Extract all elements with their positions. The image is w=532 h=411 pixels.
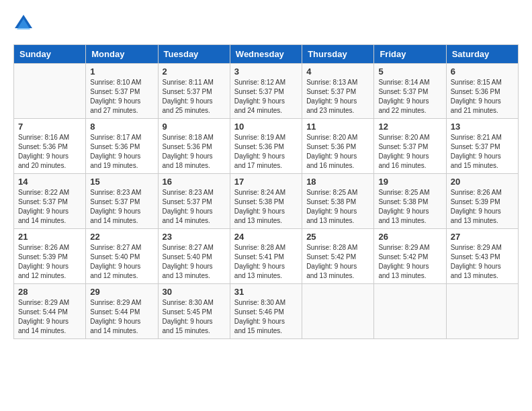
day-cell: 5Sunrise: 8:14 AMSunset: 5:37 PMDaylight… bbox=[374, 64, 446, 119]
col-header-saturday: Saturday bbox=[446, 45, 518, 64]
day-number: 12 bbox=[378, 122, 441, 132]
day-cell: 7Sunrise: 8:16 AMSunset: 5:36 PMDaylight… bbox=[14, 119, 86, 174]
day-info: Sunrise: 8:13 AMSunset: 5:37 PMDaylight:… bbox=[306, 78, 369, 116]
day-cell: 18Sunrise: 8:25 AMSunset: 5:38 PMDayligh… bbox=[302, 174, 374, 229]
day-cell: 30Sunrise: 8:30 AMSunset: 5:45 PMDayligh… bbox=[158, 284, 230, 339]
day-number: 10 bbox=[234, 122, 298, 132]
day-number: 21 bbox=[18, 232, 81, 242]
day-number: 25 bbox=[306, 232, 369, 242]
day-info: Sunrise: 8:23 AMSunset: 5:37 PMDaylight:… bbox=[90, 188, 153, 226]
day-number: 11 bbox=[306, 122, 369, 132]
day-info: Sunrise: 8:30 AMSunset: 5:46 PMDaylight:… bbox=[234, 298, 298, 336]
day-cell: 24Sunrise: 8:28 AMSunset: 5:41 PMDayligh… bbox=[230, 229, 302, 284]
day-info: Sunrise: 8:26 AMSunset: 5:39 PMDaylight:… bbox=[451, 188, 514, 226]
day-cell: 10Sunrise: 8:19 AMSunset: 5:36 PMDayligh… bbox=[230, 119, 302, 174]
day-number: 7 bbox=[18, 122, 81, 132]
header-row: SundayMondayTuesdayWednesdayThursdayFrid… bbox=[14, 45, 519, 64]
day-number: 9 bbox=[163, 122, 226, 132]
day-cell bbox=[14, 64, 86, 119]
logo-icon bbox=[13, 13, 34, 34]
day-cell: 4Sunrise: 8:13 AMSunset: 5:37 PMDaylight… bbox=[302, 64, 374, 119]
day-number: 14 bbox=[18, 177, 81, 187]
day-cell: 19Sunrise: 8:25 AMSunset: 5:38 PMDayligh… bbox=[374, 174, 446, 229]
day-info: Sunrise: 8:14 AMSunset: 5:37 PMDaylight:… bbox=[378, 78, 441, 116]
day-cell: 31Sunrise: 8:30 AMSunset: 5:46 PMDayligh… bbox=[230, 284, 302, 339]
day-cell: 1Sunrise: 8:10 AMSunset: 5:37 PMDaylight… bbox=[86, 64, 158, 119]
day-number: 24 bbox=[234, 232, 298, 242]
day-info: Sunrise: 8:12 AMSunset: 5:37 PMDaylight:… bbox=[234, 78, 298, 116]
day-number: 1 bbox=[90, 66, 153, 77]
day-cell: 14Sunrise: 8:22 AMSunset: 5:37 PMDayligh… bbox=[14, 174, 86, 229]
day-cell: 2Sunrise: 8:11 AMSunset: 5:37 PMDaylight… bbox=[158, 64, 230, 119]
day-number: 22 bbox=[90, 232, 153, 242]
col-header-tuesday: Tuesday bbox=[158, 45, 230, 64]
day-info: Sunrise: 8:22 AMSunset: 5:37 PMDaylight:… bbox=[18, 188, 81, 226]
day-number: 27 bbox=[451, 232, 514, 242]
day-cell: 25Sunrise: 8:28 AMSunset: 5:42 PMDayligh… bbox=[302, 229, 374, 284]
day-number: 3 bbox=[234, 66, 298, 77]
day-cell bbox=[374, 284, 446, 339]
day-info: Sunrise: 8:17 AMSunset: 5:36 PMDaylight:… bbox=[90, 133, 153, 171]
day-info: Sunrise: 8:16 AMSunset: 5:36 PMDaylight:… bbox=[18, 133, 81, 171]
day-number: 19 bbox=[378, 177, 441, 187]
day-cell: 20Sunrise: 8:26 AMSunset: 5:39 PMDayligh… bbox=[446, 174, 518, 229]
day-info: Sunrise: 8:28 AMSunset: 5:42 PMDaylight:… bbox=[306, 243, 369, 281]
day-number: 16 bbox=[163, 177, 226, 187]
day-info: Sunrise: 8:27 AMSunset: 5:40 PMDaylight:… bbox=[163, 243, 226, 281]
day-cell: 27Sunrise: 8:29 AMSunset: 5:43 PMDayligh… bbox=[446, 229, 518, 284]
day-cell: 29Sunrise: 8:29 AMSunset: 5:44 PMDayligh… bbox=[86, 284, 158, 339]
day-info: Sunrise: 8:29 AMSunset: 5:42 PMDaylight:… bbox=[378, 243, 441, 281]
week-row-4: 21Sunrise: 8:26 AMSunset: 5:39 PMDayligh… bbox=[14, 229, 519, 284]
day-number: 4 bbox=[306, 66, 369, 77]
day-info: Sunrise: 8:21 AMSunset: 5:37 PMDaylight:… bbox=[451, 133, 514, 171]
day-number: 2 bbox=[163, 66, 226, 77]
page-header bbox=[13, 13, 519, 34]
day-number: 6 bbox=[451, 66, 514, 77]
col-header-friday: Friday bbox=[374, 45, 446, 64]
day-info: Sunrise: 8:15 AMSunset: 5:36 PMDaylight:… bbox=[451, 78, 514, 116]
day-number: 28 bbox=[18, 287, 81, 297]
day-cell: 22Sunrise: 8:27 AMSunset: 5:40 PMDayligh… bbox=[86, 229, 158, 284]
day-info: Sunrise: 8:19 AMSunset: 5:36 PMDaylight:… bbox=[234, 133, 298, 171]
day-info: Sunrise: 8:24 AMSunset: 5:38 PMDaylight:… bbox=[234, 188, 298, 226]
day-info: Sunrise: 8:18 AMSunset: 5:36 PMDaylight:… bbox=[163, 133, 226, 171]
day-cell: 21Sunrise: 8:26 AMSunset: 5:39 PMDayligh… bbox=[14, 229, 86, 284]
week-row-2: 7Sunrise: 8:16 AMSunset: 5:36 PMDaylight… bbox=[14, 119, 519, 174]
day-cell: 9Sunrise: 8:18 AMSunset: 5:36 PMDaylight… bbox=[158, 119, 230, 174]
day-cell: 26Sunrise: 8:29 AMSunset: 5:42 PMDayligh… bbox=[374, 229, 446, 284]
day-info: Sunrise: 8:20 AMSunset: 5:37 PMDaylight:… bbox=[378, 133, 441, 171]
day-number: 13 bbox=[451, 122, 514, 132]
day-cell: 11Sunrise: 8:20 AMSunset: 5:36 PMDayligh… bbox=[302, 119, 374, 174]
day-info: Sunrise: 8:23 AMSunset: 5:37 PMDaylight:… bbox=[163, 188, 226, 226]
day-number: 23 bbox=[163, 232, 226, 242]
day-number: 20 bbox=[451, 177, 514, 187]
day-number: 17 bbox=[234, 177, 298, 187]
day-cell: 15Sunrise: 8:23 AMSunset: 5:37 PMDayligh… bbox=[86, 174, 158, 229]
day-cell: 8Sunrise: 8:17 AMSunset: 5:36 PMDaylight… bbox=[86, 119, 158, 174]
day-cell: 6Sunrise: 8:15 AMSunset: 5:36 PMDaylight… bbox=[446, 64, 518, 119]
day-number: 15 bbox=[90, 177, 153, 187]
day-cell: 28Sunrise: 8:29 AMSunset: 5:44 PMDayligh… bbox=[14, 284, 86, 339]
day-info: Sunrise: 8:26 AMSunset: 5:39 PMDaylight:… bbox=[18, 243, 81, 281]
day-info: Sunrise: 8:29 AMSunset: 5:44 PMDaylight:… bbox=[18, 298, 81, 336]
day-info: Sunrise: 8:27 AMSunset: 5:40 PMDaylight:… bbox=[90, 243, 153, 281]
day-cell: 3Sunrise: 8:12 AMSunset: 5:37 PMDaylight… bbox=[230, 64, 302, 119]
day-info: Sunrise: 8:29 AMSunset: 5:44 PMDaylight:… bbox=[90, 298, 153, 336]
day-info: Sunrise: 8:25 AMSunset: 5:38 PMDaylight:… bbox=[306, 188, 369, 226]
day-number: 5 bbox=[378, 66, 441, 77]
day-cell: 13Sunrise: 8:21 AMSunset: 5:37 PMDayligh… bbox=[446, 119, 518, 174]
day-cell: 16Sunrise: 8:23 AMSunset: 5:37 PMDayligh… bbox=[158, 174, 230, 229]
day-info: Sunrise: 8:25 AMSunset: 5:38 PMDaylight:… bbox=[378, 188, 441, 226]
col-header-wednesday: Wednesday bbox=[230, 45, 302, 64]
day-info: Sunrise: 8:29 AMSunset: 5:43 PMDaylight:… bbox=[451, 243, 514, 281]
week-row-1: 1Sunrise: 8:10 AMSunset: 5:37 PMDaylight… bbox=[14, 64, 519, 119]
logo bbox=[13, 13, 36, 34]
day-info: Sunrise: 8:30 AMSunset: 5:45 PMDaylight:… bbox=[163, 298, 226, 336]
day-number: 31 bbox=[234, 287, 298, 297]
day-info: Sunrise: 8:20 AMSunset: 5:36 PMDaylight:… bbox=[306, 133, 369, 171]
day-number: 18 bbox=[306, 177, 369, 187]
day-number: 26 bbox=[378, 232, 441, 242]
day-cell: 17Sunrise: 8:24 AMSunset: 5:38 PMDayligh… bbox=[230, 174, 302, 229]
col-header-sunday: Sunday bbox=[14, 45, 86, 64]
day-cell bbox=[446, 284, 518, 339]
